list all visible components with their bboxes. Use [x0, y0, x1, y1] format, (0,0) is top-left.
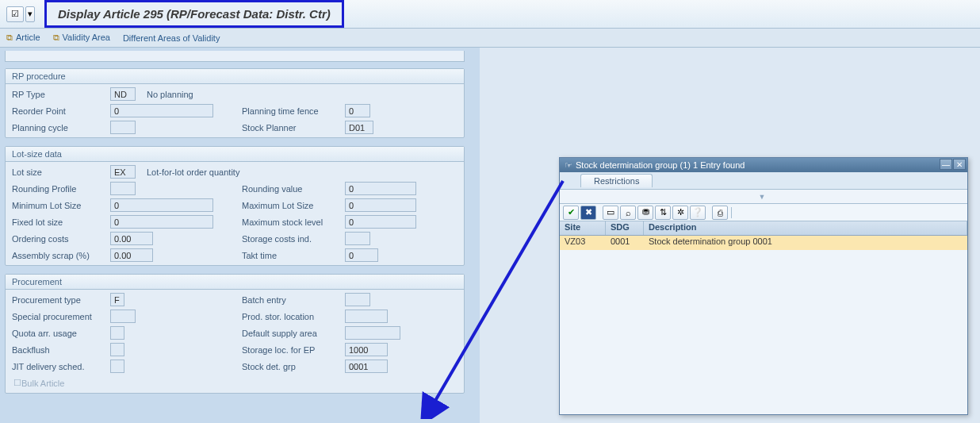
page-title: Display Article 295 (RP/Forecast Data: D…	[44, 0, 344, 28]
title-bar: ☑ ▾ Display Article 295 (RP/Forecast Dat…	[0, 0, 980, 29]
close-button[interactable]: ✕	[953, 159, 966, 170]
jit-field[interactable]	[110, 360, 124, 373]
proc-type-field[interactable]: F	[110, 293, 124, 306]
group-title-rp: RP procedure	[6, 69, 464, 84]
proc-type-label: Procurement type	[9, 295, 110, 305]
cell-sdg: 0001	[606, 236, 644, 250]
bulk-article-checkbox: ☐	[13, 378, 21, 388]
popup-icon: ☞	[565, 160, 572, 171]
max-lot-field[interactable]: 0	[345, 198, 416, 212]
backflush-field[interactable]	[110, 343, 124, 356]
reorder-point-label: Reorder Point	[9, 106, 110, 116]
col-description[interactable]: Description	[644, 221, 967, 235]
rp-type-field[interactable]: ND	[110, 87, 136, 101]
ordering-costs-field[interactable]: 0.00	[110, 232, 153, 245]
takt-time-field[interactable]: 0	[345, 248, 378, 262]
restrictions-collapse[interactable]: ▼	[560, 190, 967, 204]
storage-costs-label: Storage costs ind.	[242, 234, 345, 244]
prod-stor-label: Prod. stor. location	[242, 312, 345, 321]
default-supply-label: Default supply area	[242, 329, 345, 338]
stock-planner-label: Stock Planner	[242, 123, 345, 133]
jit-label: JIT delivery sched.	[9, 362, 110, 371]
cancel-popup-button[interactable]: ✖	[580, 206, 596, 220]
cell-site: VZ03	[560, 236, 606, 250]
special-proc-field[interactable]	[110, 310, 136, 323]
stock-planner-field[interactable]: D01	[345, 121, 373, 134]
quota-label: Quota arr. usage	[9, 329, 110, 338]
cell-desc: Stock determination group 0001	[644, 236, 967, 250]
popup-tabbar: Restrictions	[560, 172, 967, 190]
assembly-scrap-field[interactable]: 0.00	[110, 248, 153, 262]
stock-det-grp-field[interactable]: 0001	[345, 360, 388, 373]
planning-cycle-field[interactable]	[110, 121, 136, 134]
group-rp-procedure: RP procedure RP Type ND No planning Reor…	[5, 68, 465, 138]
assembly-scrap-label: Assembly scrap (%)	[9, 251, 110, 260]
plan-fence-label: Planning time fence	[242, 106, 345, 116]
rp-type-desc: No planning	[147, 90, 193, 99]
backflush-label: Backflush	[9, 345, 110, 355]
batch-entry-field[interactable]	[345, 293, 370, 306]
help-button[interactable]: ❔	[690, 206, 706, 220]
new-button[interactable]: ▭	[603, 206, 618, 220]
bulk-article-label: Bulk Article	[21, 379, 64, 388]
col-site[interactable]: Site	[560, 221, 606, 235]
options-button[interactable]: ☑	[6, 6, 24, 22]
default-supply-field[interactable]	[345, 326, 400, 340]
group-title-proc: Procurement	[6, 275, 464, 290]
popup-table-row[interactable]: VZ03 0001 Stock determination group 0001	[560, 236, 967, 250]
quota-field[interactable]	[110, 326, 124, 340]
stock-det-group-popup: ☞ Stock determination group (1) 1 Entry …	[559, 157, 968, 415]
popup-titlebar[interactable]: ☞ Stock determination group (1) 1 Entry …	[560, 158, 967, 172]
validity-icon: ⧉	[53, 33, 59, 42]
minimize-button[interactable]: —	[940, 159, 952, 170]
storage-ep-label: Storage loc. for EP	[242, 345, 345, 355]
group-procurement: Procurement Procurement type F Batch ent…	[5, 274, 465, 394]
diff-areas-link[interactable]: Different Areas of Validity	[123, 33, 220, 43]
article-link[interactable]: ⧉Article	[6, 33, 40, 43]
popup-toolbar: ✔ ✖ ▭ ⌕ ⛃ ⇅ ✲ ❔ ⎙	[560, 204, 967, 221]
reorder-point-field[interactable]: 0	[110, 104, 213, 117]
lot-size-desc: Lot-for-lot order quantity	[147, 167, 239, 177]
find-button[interactable]: ⌕	[620, 206, 636, 220]
planning-cycle-label: Planning cycle	[9, 123, 110, 133]
lot-size-label: Lot size	[9, 167, 110, 177]
batch-entry-label: Batch entry	[242, 295, 345, 305]
group-lot-size: Lot-size data Lot size EX Lot-for-lot or…	[5, 146, 465, 266]
lot-size-field[interactable]: EX	[110, 165, 136, 179]
form-pane: RP procedure RP Type ND No planning Reor…	[0, 48, 480, 423]
rounding-profile-field[interactable]	[110, 182, 136, 195]
max-stock-field[interactable]: 0	[345, 215, 416, 229]
restrictions-tab[interactable]: Restrictions	[580, 174, 653, 187]
rounding-profile-label: Rounding Profile	[9, 184, 110, 194]
ordering-costs-label: Ordering costs	[9, 234, 110, 244]
prod-stor-field[interactable]	[345, 310, 388, 323]
group-title-lot: Lot-size data	[6, 147, 464, 162]
collapsed-header	[5, 51, 465, 62]
app-toolbar: ⧉Article ⧉Validity Area Different Areas …	[0, 29, 980, 48]
storage-ep-field[interactable]: 1000	[345, 343, 388, 356]
max-lot-label: Maximum Lot Size	[242, 201, 345, 210]
rounding-value-label: Rounding value	[242, 184, 345, 194]
plan-fence-field[interactable]: 0	[345, 104, 370, 117]
rounding-value-field[interactable]: 0	[345, 182, 416, 195]
fixed-lot-field[interactable]: 0	[110, 215, 213, 229]
settings-button[interactable]: ✲	[672, 206, 688, 220]
min-lot-field[interactable]: 0	[110, 198, 213, 212]
sort-button[interactable]: ⇅	[655, 206, 671, 220]
validity-area-link[interactable]: ⧉Validity Area	[53, 33, 110, 43]
storage-costs-field[interactable]	[345, 232, 370, 245]
min-lot-label: Minimum Lot Size	[9, 201, 110, 210]
dropdown-toggle[interactable]: ▾	[25, 6, 35, 22]
fixed-lot-label: Fixed lot size	[9, 217, 110, 227]
print-button[interactable]: ⎙	[712, 206, 728, 220]
rp-type-label: RP Type	[9, 90, 110, 99]
popup-table-body	[560, 250, 967, 414]
accept-button[interactable]: ✔	[563, 206, 579, 220]
special-proc-label: Special procurement	[9, 312, 110, 321]
takt-time-label: Takt time	[242, 251, 345, 260]
filter-button[interactable]: ⛃	[637, 206, 653, 220]
popup-title-text: Stock determination group (1) 1 Entry fo…	[576, 160, 745, 170]
stock-det-grp-label: Stock det. grp	[242, 362, 345, 371]
article-icon: ⧉	[6, 33, 13, 42]
col-sdg[interactable]: SDG	[606, 221, 644, 235]
